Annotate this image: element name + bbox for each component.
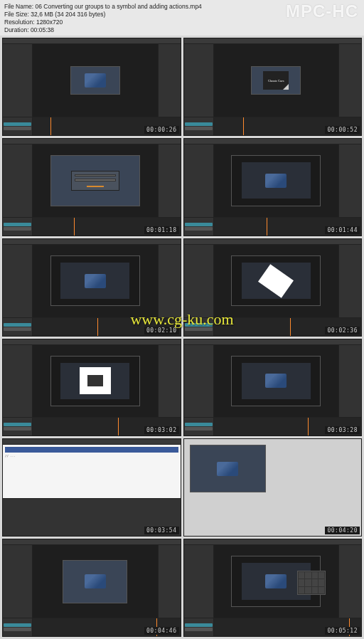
left-panel[interactable] bbox=[184, 44, 214, 117]
left-panel[interactable] bbox=[184, 545, 214, 618]
tool-cell[interactable] bbox=[318, 572, 324, 579]
playhead-icon[interactable] bbox=[267, 218, 267, 236]
video-thumbnail[interactable]: 00:01:18 bbox=[2, 138, 181, 236]
tool-cell[interactable] bbox=[312, 579, 318, 586]
video-thumbnail[interactable]: 00:04:20 bbox=[183, 438, 363, 537]
canvas-area[interactable] bbox=[33, 345, 158, 418]
canvas-area[interactable] bbox=[214, 245, 339, 317]
nested-stage[interactable] bbox=[60, 263, 129, 299]
video-thumbnail[interactable]: // ... 00:03:54 bbox=[2, 438, 181, 537]
tool-cell[interactable] bbox=[299, 572, 304, 579]
code-editor[interactable]: // ... bbox=[3, 445, 181, 497]
tool-cell[interactable] bbox=[305, 587, 311, 593]
canvas-stage[interactable] bbox=[190, 445, 266, 492]
app-menubar[interactable] bbox=[3, 439, 181, 445]
playhead-icon[interactable] bbox=[74, 218, 75, 236]
tool-cell[interactable] bbox=[318, 579, 324, 586]
video-thumbnail[interactable]: 00:05:12 bbox=[183, 539, 363, 637]
app-menubar[interactable] bbox=[184, 539, 362, 545]
canvas-area[interactable] bbox=[33, 144, 158, 217]
app-menubar[interactable] bbox=[3, 38, 181, 44]
app-menubar[interactable] bbox=[3, 139, 181, 144]
playhead-icon[interactable] bbox=[50, 117, 51, 135]
app-menubar[interactable] bbox=[3, 239, 181, 245]
left-panel[interactable] bbox=[3, 345, 33, 418]
nested-stage[interactable] bbox=[242, 363, 311, 399]
nested-stage[interactable] bbox=[60, 363, 129, 399]
left-panel[interactable] bbox=[3, 545, 33, 618]
nested-stage[interactable] bbox=[242, 162, 311, 199]
app-menubar[interactable] bbox=[3, 339, 181, 345]
dialog-input[interactable] bbox=[75, 179, 116, 181]
thumb-body bbox=[3, 44, 181, 117]
tool-cell[interactable] bbox=[299, 587, 304, 593]
left-panel[interactable] bbox=[184, 144, 214, 217]
app-menubar[interactable] bbox=[3, 539, 181, 545]
tool-cell[interactable] bbox=[305, 579, 311, 586]
right-panel[interactable] bbox=[158, 545, 181, 618]
playhead-icon[interactable] bbox=[243, 117, 244, 135]
canvas-area[interactable] bbox=[214, 545, 339, 618]
canvas-stage[interactable] bbox=[50, 255, 140, 306]
canvas-stage[interactable] bbox=[50, 356, 140, 406]
tool-cell[interactable] bbox=[318, 587, 324, 593]
canvas-stage[interactable] bbox=[231, 255, 321, 306]
playhead-icon[interactable] bbox=[97, 318, 98, 336]
right-panel[interactable] bbox=[158, 44, 181, 117]
right-panel[interactable] bbox=[338, 545, 361, 618]
tool-cell[interactable] bbox=[312, 572, 318, 579]
video-thumbnail[interactable]: 00:02:36 bbox=[183, 238, 363, 337]
canvas-stage[interactable] bbox=[231, 356, 321, 406]
left-panel[interactable] bbox=[3, 245, 33, 317]
canvas-stage[interactable] bbox=[70, 66, 120, 95]
video-thumbnail[interactable]: 00:04:46 bbox=[2, 539, 181, 637]
left-panel[interactable] bbox=[3, 144, 33, 217]
white-rect[interactable] bbox=[80, 367, 111, 394]
left-panel[interactable] bbox=[3, 44, 33, 117]
canvas-area[interactable] bbox=[33, 545, 158, 618]
canvas-stage[interactable] bbox=[231, 155, 321, 206]
canvas-stage[interactable] bbox=[63, 560, 127, 603]
right-panel[interactable] bbox=[158, 345, 181, 418]
app-menubar[interactable] bbox=[184, 339, 362, 345]
app-menubar[interactable] bbox=[184, 239, 362, 245]
left-panel[interactable] bbox=[184, 345, 214, 418]
canvas-area[interactable] bbox=[33, 245, 158, 317]
canvas-area[interactable]: Classic Cars bbox=[214, 44, 339, 117]
canvas-area[interactable] bbox=[214, 345, 339, 418]
canvas-stage[interactable]: Classic Cars bbox=[251, 66, 301, 95]
canvas-area[interactable] bbox=[214, 144, 339, 217]
tool-cell[interactable] bbox=[305, 572, 311, 579]
video-thumbnail[interactable]: 00:01:44 bbox=[183, 138, 363, 236]
playhead-icon[interactable] bbox=[308, 418, 309, 435]
tool-grid-panel[interactable] bbox=[297, 571, 326, 595]
nested-stage[interactable] bbox=[242, 263, 311, 299]
video-thumbnail[interactable]: 00:02:10 bbox=[2, 238, 181, 337]
playhead-icon[interactable] bbox=[290, 318, 291, 336]
right-panel[interactable] bbox=[338, 245, 361, 317]
right-panel[interactable] bbox=[338, 345, 361, 418]
right-panel[interactable] bbox=[158, 144, 181, 217]
video-thumbnail[interactable]: 00:03:02 bbox=[2, 339, 181, 437]
playhead-icon[interactable] bbox=[118, 418, 119, 435]
tool-cell[interactable] bbox=[299, 579, 304, 586]
left-panel[interactable] bbox=[184, 245, 214, 317]
right-panel[interactable] bbox=[338, 144, 361, 217]
dialog-input[interactable] bbox=[75, 174, 116, 176]
app-menubar[interactable] bbox=[184, 38, 362, 44]
right-panel[interactable] bbox=[158, 245, 181, 317]
canvas-stage[interactable] bbox=[50, 155, 140, 206]
white-rect[interactable] bbox=[258, 264, 294, 298]
dialog-box[interactable] bbox=[71, 171, 119, 191]
duration-line: Duration: 00:05:38 bbox=[4, 26, 360, 34]
video-thumbnail[interactable]: 00:03:28 bbox=[183, 339, 363, 437]
tool-cell[interactable] bbox=[312, 587, 318, 593]
dialog-confirm-button[interactable] bbox=[87, 186, 104, 187]
browser-preview[interactable] bbox=[184, 439, 362, 536]
app-menubar[interactable] bbox=[184, 139, 362, 144]
canvas-area[interactable] bbox=[33, 44, 158, 117]
right-panel[interactable] bbox=[338, 44, 361, 117]
video-thumbnail[interactable]: 00:00:26 bbox=[2, 38, 181, 136]
track-label bbox=[4, 423, 31, 426]
video-thumbnail[interactable]: Classic Cars 00:00:52 bbox=[183, 38, 363, 136]
